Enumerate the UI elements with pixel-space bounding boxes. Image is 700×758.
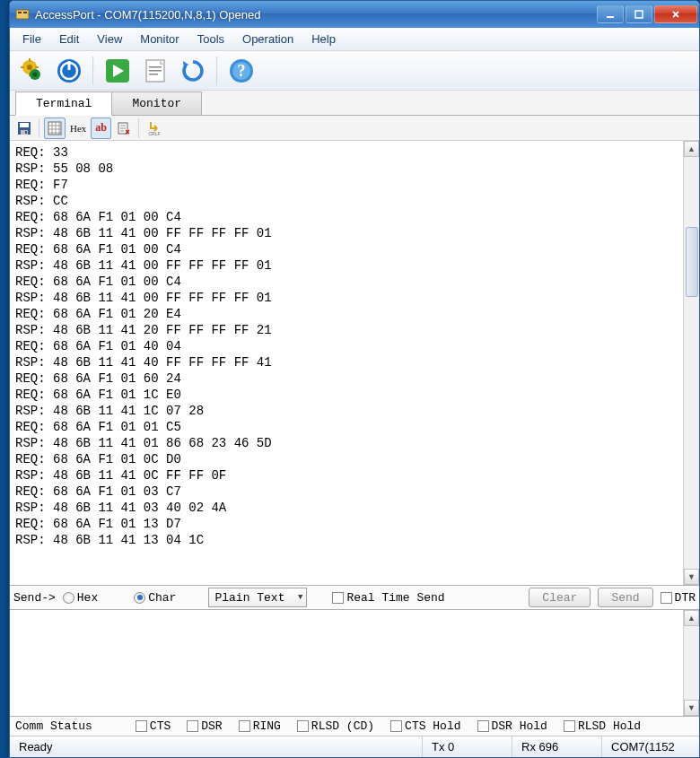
comm-indicator: CTS	[136, 719, 171, 733]
scroll-thumb[interactable]	[686, 227, 698, 297]
indicator-label: RING	[253, 719, 281, 733]
power-button[interactable]	[53, 55, 85, 87]
indicator-label: CTS	[150, 719, 171, 733]
svg-point-10	[27, 65, 32, 70]
status-rx: Rx 696	[512, 736, 602, 757]
scroll-down-arrow[interactable]: ▼	[684, 700, 699, 716]
svg-rect-6	[29, 58, 31, 62]
svg-rect-4	[635, 11, 643, 18]
svg-rect-18	[149, 66, 162, 68]
menu-file[interactable]: File	[13, 30, 50, 48]
send-label: Send->	[13, 591, 56, 605]
crlf-button[interactable]: CRLF	[144, 118, 165, 139]
close-button[interactable]	[654, 5, 697, 23]
run-button[interactable]	[101, 55, 134, 87]
sub-separator	[138, 118, 140, 138]
indicator-box-icon	[239, 720, 250, 732]
radio-char-label: Char	[148, 591, 176, 605]
indicator-box-icon	[297, 720, 309, 732]
menu-operation[interactable]: Operation	[233, 30, 302, 48]
minimize-button[interactable]	[597, 5, 624, 23]
menu-view[interactable]: View	[88, 30, 131, 48]
menu-tools[interactable]: Tools	[188, 30, 233, 48]
send-mode-combo[interactable]: Plain Text	[208, 588, 307, 607]
vertical-scrollbar[interactable]: ▲ ▼	[683, 141, 699, 585]
svg-text:CRLF: CRLF	[148, 131, 160, 136]
terminal-area: REQ: 33 RSP: 55 08 08 REQ: F7 RSP: CC RE…	[10, 141, 699, 585]
ab-button[interactable]: ab	[91, 118, 111, 139]
comm-indicator: RLSD Hold	[564, 719, 641, 733]
app-icon	[15, 7, 30, 22]
indicator-box-icon	[564, 720, 575, 732]
svg-point-12	[33, 72, 38, 76]
titlebar[interactable]: AccessPort - COM7(115200,N,8,1) Opened	[10, 1, 699, 28]
indicator-label: RLSD Hold	[578, 719, 641, 733]
grid-button[interactable]	[44, 118, 66, 139]
send-button[interactable]: Send	[598, 588, 652, 607]
window-controls	[597, 5, 697, 23]
sub-toolbar: Hex ab CRLF	[10, 116, 699, 141]
comm-indicator: DSR Hold	[477, 719, 547, 733]
scroll-down-arrow[interactable]: ▼	[684, 569, 699, 585]
menu-monitor[interactable]: Monitor	[131, 30, 188, 48]
tab-monitor[interactable]: Monitor	[111, 91, 202, 115]
send-mode-value: Plain Text	[214, 591, 284, 605]
radio-dot-icon	[134, 592, 145, 604]
svg-rect-1	[18, 12, 22, 13]
comm-indicator: CTS Hold	[390, 719, 460, 733]
dtr-checkbox[interactable]: DTR	[661, 591, 696, 605]
refresh-button[interactable]	[177, 55, 209, 87]
tabs: Terminal Monitor	[10, 91, 699, 116]
indicator-box-icon	[187, 720, 198, 732]
terminal-output[interactable]: REQ: 33 RSP: 55 08 08 REQ: F7 RSP: CC RE…	[10, 141, 683, 585]
svg-rect-9	[35, 66, 39, 68]
indicator-label: RLSD (CD)	[311, 719, 374, 733]
svg-rect-0	[16, 10, 29, 19]
indicator-label: DSR Hold	[492, 719, 547, 733]
status-tx: Tx 0	[423, 736, 512, 757]
menu-edit[interactable]: Edit	[50, 30, 88, 48]
radio-char[interactable]: Char	[134, 591, 176, 605]
statusbar: Ready Tx 0 Rx 696 COM7(1152	[10, 736, 699, 757]
comm-indicator: RING	[239, 719, 281, 733]
menubar: File Edit View Monitor Tools Operation H…	[10, 28, 699, 51]
settings-button[interactable]	[15, 55, 48, 87]
radio-dot-icon	[63, 592, 74, 604]
vertical-scrollbar[interactable]: ▲ ▼	[683, 610, 699, 716]
realtime-label: Real Time Send	[346, 591, 444, 605]
svg-rect-15	[68, 61, 71, 70]
svg-rect-3	[607, 16, 614, 18]
hex-button[interactable]: Hex	[67, 118, 89, 139]
svg-rect-20	[149, 74, 158, 75]
app-window: AccessPort - COM7(115200,N,8,1) Opened F…	[9, 0, 700, 758]
comm-indicator: DSR	[187, 719, 222, 733]
window-title: AccessPort - COM7(115200,N,8,1) Opened	[35, 8, 597, 22]
tab-terminal[interactable]: Terminal	[15, 91, 112, 116]
indicator-label: CTS Hold	[405, 719, 460, 733]
dtr-label: DTR	[675, 591, 696, 605]
comm-status-label: Comm Status	[15, 719, 92, 733]
svg-rect-2	[23, 12, 27, 13]
clear-button[interactable]: Clear	[529, 588, 591, 607]
radio-hex[interactable]: Hex	[63, 591, 98, 605]
send-input[interactable]	[10, 610, 683, 716]
svg-text:?: ?	[238, 62, 246, 80]
comm-status-row: Comm Status CTSDSRRINGRLSD (CD)CTS HoldD…	[10, 716, 699, 736]
toolbar-separator	[92, 57, 94, 85]
toolbar-separator	[216, 57, 218, 85]
send-area-wrap: ▲ ▼	[10, 610, 699, 716]
realtime-checkbox[interactable]: Real Time Send	[332, 591, 444, 605]
maximize-button[interactable]	[626, 5, 652, 23]
radio-hex-label: Hex	[77, 591, 98, 605]
checkbox-icon	[332, 592, 344, 604]
document-button[interactable]	[139, 55, 171, 87]
save-button[interactable]	[13, 118, 35, 139]
scroll-up-arrow[interactable]: ▲	[684, 610, 699, 626]
send-options-row: Send-> Hex Char Plain Text Real Time Sen…	[10, 585, 699, 610]
checkbox-icon	[661, 592, 672, 604]
svg-rect-27	[25, 131, 27, 134]
scroll-up-arrow[interactable]: ▲	[684, 141, 699, 157]
clear-log-button[interactable]	[113, 118, 135, 139]
menu-help[interactable]: Help	[302, 30, 345, 48]
help-button[interactable]: ?	[225, 55, 258, 87]
